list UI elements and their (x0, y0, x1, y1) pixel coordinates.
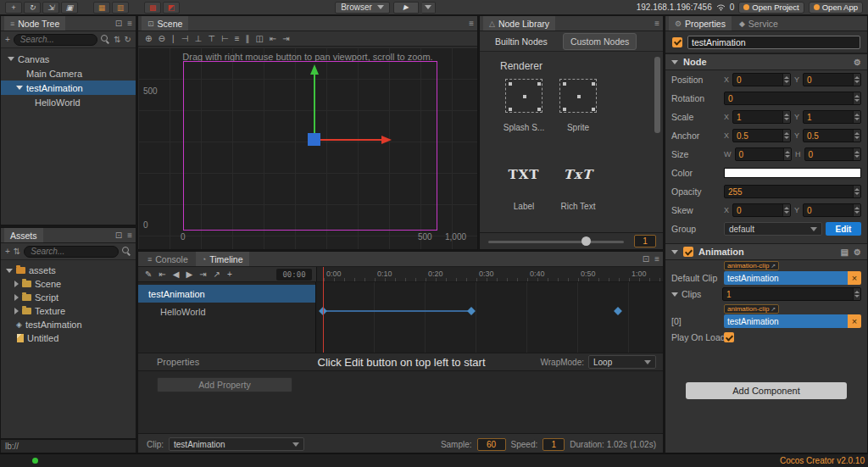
size-w-input[interactable]: 0 (735, 147, 793, 161)
search-icon[interactable] (101, 35, 110, 44)
atlas-tool-button[interactable]: ▦ (93, 2, 110, 14)
remove-clip-button[interactable]: × (848, 314, 861, 328)
asset-search-input[interactable] (24, 246, 119, 258)
open-external-icon[interactable]: ↗ (214, 270, 220, 279)
stepper[interactable] (782, 130, 790, 142)
refresh-icon[interactable]: ↻ (125, 35, 131, 44)
stepper[interactable] (782, 111, 790, 123)
expand-arrow-icon[interactable] (8, 57, 14, 61)
add-key-icon[interactable]: + (227, 270, 232, 279)
space-right-icon[interactable]: ⇥ (282, 34, 289, 43)
stepper[interactable] (782, 74, 790, 86)
rect-tool-button[interactable]: ▣ (61, 2, 78, 14)
mask-tool-button[interactable]: ◩ (163, 2, 180, 14)
ruler-icon[interactable]: ∣ (171, 34, 175, 43)
tab-console[interactable]: ≡ Console (142, 252, 194, 266)
add-asset-icon[interactable]: + (5, 247, 10, 256)
panel-menu-icon[interactable]: ≡ (127, 231, 132, 240)
anchor-x-input[interactable]: 0.5 (732, 129, 791, 142)
keyframe-track-area[interactable] (316, 282, 664, 353)
node-active-checkbox[interactable] (672, 37, 682, 47)
add-node-icon[interactable]: + (5, 35, 10, 44)
tab-builtin-nodes[interactable]: Builtin Nodes (488, 34, 554, 49)
asset-item-testanimation[interactable]: ◈ testAnimation (1, 318, 136, 331)
move-tool-button[interactable]: + (5, 2, 22, 14)
add-property-button[interactable]: Add Property (157, 377, 292, 392)
library-item-richtext[interactable]: TxT Rich Text (558, 158, 598, 211)
node-name-input[interactable] (687, 36, 860, 49)
remove-clip-button[interactable]: × (848, 271, 861, 285)
scale-y-input[interactable]: 1 (803, 110, 861, 124)
speed-input[interactable]: 1 (542, 438, 565, 451)
play-options-button[interactable] (422, 2, 436, 14)
panel-menu-icon[interactable]: ≡ (654, 19, 659, 28)
tab-scene[interactable]: ⊡ Scene (142, 16, 188, 31)
asset-item-untitled[interactable]: Untitled (1, 331, 136, 345)
grid-tool-button[interactable]: ▩ (144, 2, 161, 14)
play-animation-icon[interactable]: ▶ (186, 270, 192, 279)
panel-menu-icon[interactable]: ≡ (654, 254, 659, 264)
align-left-icon[interactable]: ⊣ (181, 34, 189, 43)
slider-handle[interactable] (581, 236, 591, 246)
anchor-y-input[interactable]: 0.5 (803, 129, 861, 142)
stepper[interactable] (783, 148, 791, 160)
zoom-out-icon[interactable]: ⊖ (158, 34, 164, 43)
stepper[interactable] (853, 288, 860, 300)
sort-icon[interactable]: ⇅ (14, 247, 20, 256)
expand-collapse-icon[interactable]: ⇅ (114, 35, 120, 44)
collapse-arrow-icon[interactable] (14, 281, 19, 287)
panel-menu-icon[interactable]: ≡ (127, 19, 132, 28)
library-item-sprite[interactable]: Sprite (558, 79, 598, 132)
external-link-icon[interactable]: ↗ (771, 263, 776, 270)
collapse-clips-icon[interactable] (671, 292, 678, 297)
opacity-input[interactable]: 255 (724, 185, 861, 198)
edit-record-icon[interactable]: ✎ (145, 270, 152, 279)
scale-tool-button[interactable]: ⇲ (42, 2, 59, 14)
search-icon[interactable] (122, 247, 131, 256)
stepper[interactable] (853, 148, 860, 160)
timeline-row-helloworld[interactable]: HelloWorld (138, 303, 315, 320)
transform-gizmo[interactable] (303, 63, 397, 152)
gear-icon[interactable]: ⚙ (854, 58, 861, 67)
animation-enabled-checkbox[interactable] (683, 247, 693, 257)
scene-viewport[interactable]: Drag with right mouse button to pan view… (138, 47, 477, 249)
node-section-header[interactable]: Node ⚙ (665, 53, 867, 70)
jump-start-icon[interactable]: ⇤ (159, 270, 165, 279)
clip-dropdown[interactable]: testAnimation (169, 437, 304, 451)
tab-properties[interactable]: ⚙ Properties (669, 16, 732, 31)
asset-item-script[interactable]: Script (1, 291, 136, 304)
clip-0-field[interactable]: testAnimation (724, 314, 848, 328)
node-search-input[interactable] (14, 34, 97, 46)
add-component-button[interactable]: Add Component (686, 382, 847, 399)
tree-item-canvas[interactable]: Canvas (1, 52, 136, 66)
color-swatch[interactable] (724, 168, 861, 178)
time-ruler[interactable]: 0:00 0:10 0:20 0:30 0:40 0:50 1:00 (316, 267, 663, 281)
library-item-label[interactable]: TXT Label (504, 158, 544, 211)
space-left-icon[interactable]: ⇤ (270, 34, 276, 43)
slider-track[interactable] (488, 241, 624, 243)
wrapmode-dropdown[interactable]: Loop (588, 355, 656, 369)
size-h-input[interactable]: 0 (804, 147, 862, 161)
open-project-button[interactable]: Open Project (738, 2, 804, 14)
open-app-button[interactable]: Open App (809, 2, 863, 14)
panel-menu-icon[interactable]: ≡ (469, 19, 474, 28)
align-bottom-icon[interactable]: ⊥ (195, 34, 203, 43)
collapse-section-icon[interactable] (671, 60, 678, 64)
keyframe[interactable] (467, 307, 476, 315)
clips-count-input[interactable]: 1 (722, 287, 861, 301)
position-x-input[interactable]: 0 (732, 73, 791, 86)
animation-section-header[interactable]: Animation ▤ ⚙ (665, 243, 867, 260)
platform-dropdown[interactable]: Browser (335, 2, 390, 14)
collapse-arrow-icon[interactable] (14, 294, 19, 301)
collapse-section-icon[interactable] (671, 250, 678, 254)
stepper[interactable] (853, 74, 860, 86)
slider-value[interactable]: 1 (634, 235, 656, 247)
preview-address[interactable]: 192.168.1.196:7456 (637, 3, 712, 12)
gear-icon[interactable]: ⚙ (854, 247, 861, 257)
copy-icon[interactable]: ▤ (841, 247, 849, 257)
expand-arrow-icon[interactable] (16, 86, 23, 90)
float-panel-icon[interactable]: ⊡ (115, 19, 122, 28)
library-item-splash[interactable]: Splash S... (504, 79, 544, 132)
float-panel-icon[interactable]: ⊡ (643, 254, 649, 264)
stepper[interactable] (782, 204, 790, 216)
